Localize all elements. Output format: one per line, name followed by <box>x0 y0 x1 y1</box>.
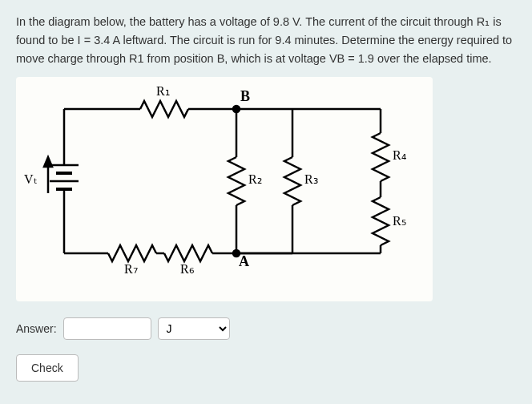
problem-container: In the diagram below, the battery has a … <box>0 0 532 404</box>
problem-text: In the diagram below, the battery has a … <box>16 13 516 69</box>
answer-label: Answer: <box>16 322 57 335</box>
circuit-svg <box>16 77 433 301</box>
answer-row: Answer: J <box>16 317 516 340</box>
label-vt: Vₜ <box>24 172 38 187</box>
label-r6: R₆ <box>180 261 194 277</box>
label-r3: R₃ <box>304 172 318 187</box>
answer-input[interactable] <box>63 317 151 340</box>
label-r4: R₄ <box>393 147 406 163</box>
label-node-a: A <box>239 253 249 270</box>
label-r2: R₂ <box>248 172 262 187</box>
check-button[interactable]: Check <box>16 354 79 382</box>
label-r7: R₇ <box>124 261 138 277</box>
circuit-diagram: R₁ R₂ R₃ R₄ R₅ R₆ R₇ Vₜ B A <box>16 77 433 301</box>
label-r5: R₅ <box>393 213 406 228</box>
label-node-b: B <box>240 88 250 105</box>
label-r1: R₁ <box>156 83 170 99</box>
unit-select[interactable]: J <box>158 317 230 340</box>
